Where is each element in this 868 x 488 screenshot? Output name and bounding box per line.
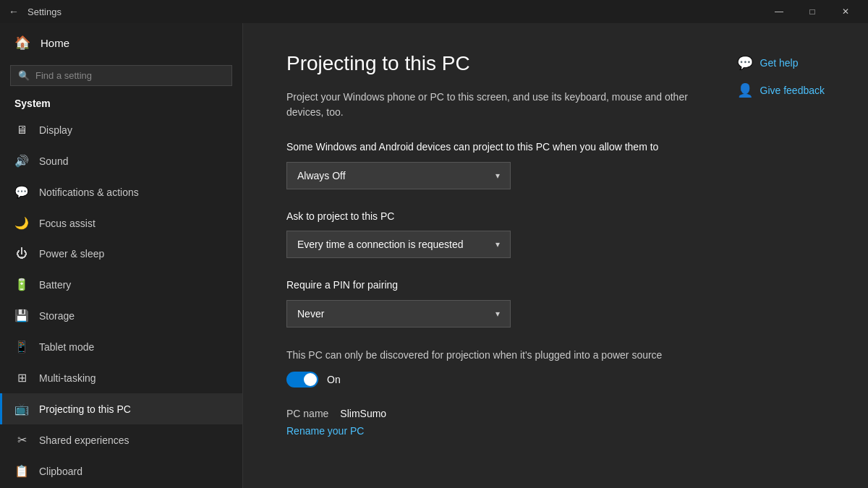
title-bar-title: Settings (27, 7, 61, 17)
content-layout: Projecting to this PC Project your Windo… (286, 52, 825, 457)
sidebar-item-clipboard[interactable]: 📋 Clipboard (0, 455, 242, 487)
page-title: Projecting to this PC (286, 52, 694, 75)
search-input[interactable] (35, 70, 224, 81)
get-help-label: Get help (760, 57, 799, 69)
minimize-button[interactable]: — (762, 0, 796, 23)
projecting-icon: 📺 (14, 402, 29, 416)
sidebar-item-tablet-mode-label: Tablet mode (39, 341, 94, 353)
toggle-knob (304, 373, 317, 386)
tablet-mode-icon: 📱 (14, 340, 29, 354)
battery-icon: 🔋 (14, 278, 29, 291)
give-feedback-link[interactable]: 👤 Give feedback (737, 82, 825, 98)
toggle-label: On (327, 374, 341, 385)
sidebar-item-power-sleep-label: Power & sleep (39, 248, 104, 260)
ask-project-dropdown[interactable]: Every time a connection is requested ▾ (286, 231, 511, 258)
help-sidebar: 💬 Get help 👤 Give feedback (737, 52, 825, 457)
clipboard-icon: 📋 (14, 464, 29, 478)
pc-name-row: PC name SlimSumo (286, 408, 694, 419)
search-icon: 🔍 (18, 70, 30, 81)
maximize-button[interactable]: □ (796, 0, 829, 23)
give-feedback-icon: 👤 (737, 82, 753, 98)
shared-experiences-icon: ✂ (14, 433, 29, 447)
power-source-toggle-row: On (286, 372, 694, 388)
pin-label: Require a PIN for pairing (286, 278, 694, 293)
sidebar-item-multi-tasking[interactable]: ⊞ Multi-tasking (0, 362, 242, 393)
power-source-section: This PC can only be discovered for proje… (286, 348, 694, 388)
sidebar-item-tablet-mode[interactable]: 📱 Tablet mode (0, 331, 242, 362)
sidebar: 🏠 Home 🔍 System 🖥 Display 🔊 Sound 💬 Noti… (0, 23, 243, 488)
pc-name-key: PC name (286, 408, 328, 419)
window-controls: — □ ✕ (762, 0, 862, 23)
rename-link[interactable]: Rename your PC (286, 425, 694, 437)
sidebar-item-display[interactable]: 🖥 Display (0, 115, 242, 145)
ask-project-value: Every time a connection is requested (297, 239, 464, 250)
ask-project-label: Ask to project to this PC (286, 210, 694, 224)
sidebar-item-storage-label: Storage (39, 310, 75, 322)
pc-name-value: SlimSumo (340, 408, 386, 419)
pin-arrow-icon: ▾ (495, 309, 500, 319)
back-button[interactable]: ← (6, 3, 22, 20)
power-sleep-icon: ⏻ (14, 247, 29, 260)
power-source-text: This PC can only be discovered for proje… (286, 348, 694, 363)
sidebar-item-multi-tasking-label: Multi-tasking (39, 372, 96, 384)
sidebar-item-storage[interactable]: 💾 Storage (0, 300, 242, 331)
sidebar-item-focus-assist-label: Focus assist (39, 218, 95, 229)
sidebar-home-label: Home (41, 37, 69, 49)
title-bar-left: ← Settings (6, 3, 61, 20)
app-body: 🏠 Home 🔍 System 🖥 Display 🔊 Sound 💬 Noti… (0, 23, 868, 488)
sidebar-item-home[interactable]: 🏠 Home (0, 23, 242, 62)
pin-dropdown[interactable]: Never ▾ (286, 300, 511, 328)
sidebar-search-box[interactable]: 🔍 (10, 65, 232, 86)
focus-assist-icon: 🌙 (14, 216, 29, 230)
allow-projection-value: Always Off (297, 170, 346, 181)
power-source-toggle[interactable] (286, 372, 318, 388)
sidebar-item-shared-experiences[interactable]: ✂ Shared experiences (0, 424, 242, 455)
allow-projection-dropdown[interactable]: Always Off ▾ (286, 162, 511, 189)
sidebar-item-power-sleep[interactable]: ⏻ Power & sleep (0, 239, 242, 269)
sidebar-item-projecting-label: Projecting to this PC (39, 403, 131, 415)
title-bar: ← Settings — □ ✕ (0, 0, 868, 23)
allow-projection-section: Some Windows and Android devices can pro… (286, 140, 694, 189)
content-main: Projecting to this PC Project your Windo… (286, 52, 694, 457)
sidebar-item-projecting[interactable]: 📺 Projecting to this PC (0, 393, 242, 424)
notifications-icon: 💬 (14, 185, 29, 199)
get-help-icon: 💬 (737, 55, 753, 71)
give-feedback-label: Give feedback (760, 85, 825, 96)
sidebar-item-battery[interactable]: 🔋 Battery (0, 269, 242, 300)
sidebar-item-display-label: Display (39, 124, 72, 136)
close-button[interactable]: ✕ (829, 0, 862, 23)
home-icon: 🏠 (14, 35, 30, 51)
sound-icon: 🔊 (14, 154, 29, 168)
sidebar-item-battery-label: Battery (39, 279, 71, 291)
multi-tasking-icon: ⊞ (14, 371, 29, 385)
main-content: Projecting to this PC Project your Windo… (243, 23, 868, 488)
ask-project-section: Ask to project to this PC Every time a c… (286, 210, 694, 259)
allow-projection-label: Some Windows and Android devices can pro… (286, 140, 694, 155)
sidebar-section-title: System (0, 95, 242, 115)
get-help-link[interactable]: 💬 Get help (737, 55, 825, 71)
sidebar-item-sound[interactable]: 🔊 Sound (0, 145, 242, 176)
sidebar-item-focus-assist[interactable]: 🌙 Focus assist (0, 207, 242, 239)
page-description: Project your Windows phone or PC to this… (286, 90, 694, 120)
pc-name-section: PC name SlimSumo Rename your PC (286, 408, 694, 437)
ask-project-arrow-icon: ▾ (495, 239, 500, 249)
sidebar-item-notifications[interactable]: 💬 Notifications & actions (0, 176, 242, 207)
sidebar-item-clipboard-label: Clipboard (39, 466, 82, 477)
display-icon: 🖥 (14, 124, 29, 137)
pin-section: Require a PIN for pairing Never ▾ (286, 278, 694, 328)
sidebar-item-sound-label: Sound (39, 155, 68, 167)
pin-value: Never (297, 308, 324, 320)
sidebar-item-notifications-label: Notifications & actions (39, 187, 139, 198)
allow-projection-arrow-icon: ▾ (495, 171, 500, 181)
storage-icon: 💾 (14, 309, 29, 322)
sidebar-item-shared-experiences-label: Shared experiences (39, 435, 129, 446)
